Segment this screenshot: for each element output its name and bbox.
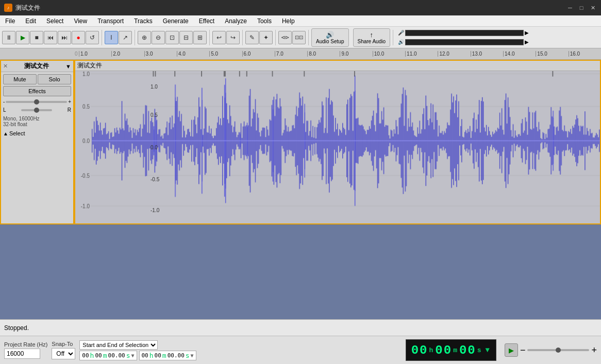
share-audio-label: Share Audio <box>358 39 386 44</box>
vu-play-icon: 🔊 <box>398 39 404 45</box>
envelope-tool[interactable]: ↗ <box>119 31 132 44</box>
zoom-out-button[interactable]: ⊖ <box>152 31 165 44</box>
zoom-out2-button[interactable]: ⊞ <box>193 31 207 44</box>
time1-value: 00 <box>82 352 89 359</box>
mute-button[interactable]: Mute <box>3 74 37 84</box>
project-rate-input[interactable] <box>4 349 40 359</box>
select-arrow[interactable]: ▲ <box>3 131 8 136</box>
ruler-ticks: 1.0 2.0 3.0 4.0 5.0 6.0 7.0 8.0 9.0 10.0… <box>79 51 601 57</box>
ruler-tick: 15.0 <box>536 51 568 57</box>
stop-button[interactable]: ■ <box>30 31 43 44</box>
menu-item-transport[interactable]: Transport <box>92 15 129 26</box>
track-controls: Mute Solo Effects - + L R <box>1 72 73 115</box>
select-tool[interactable]: I <box>105 31 118 44</box>
ruler-tick: 6.0 <box>242 51 275 57</box>
menu-item-generate[interactable]: Generate <box>158 15 194 26</box>
menu-item-tools[interactable]: Tools <box>252 15 277 26</box>
bottom-controls: Project Rate (Hz) Snap-To Off Start and … <box>0 336 601 364</box>
top-toolbar: ⏸ ▶ ■ ⏮ ⏭ ● ↺ I ↗ ⊕ ⊖ ⊡ ⊟ ⊞ ↩ ↪ ✎ ✦ ⊲⊳ ⊡… <box>0 27 601 48</box>
bottom-play-controls: ▶ − + <box>505 343 597 357</box>
zoom-in-button[interactable]: ⊕ <box>138 31 151 44</box>
gain-row: - + <box>3 99 71 105</box>
pan-left-label: L <box>3 107 6 113</box>
speed-plus-icon[interactable]: + <box>591 345 597 356</box>
menu-item-help[interactable]: Help <box>277 15 300 26</box>
speed-thumb <box>556 348 561 353</box>
speed-control: − + <box>520 345 597 356</box>
silence-tool[interactable]: ⊡⊡ <box>292 31 306 44</box>
solo-button[interactable]: Solo <box>38 74 71 84</box>
share-audio-button[interactable]: ↑ Share Audio <box>353 28 391 47</box>
time1-sec: 00.00 <box>108 352 125 359</box>
time2-min: 00 <box>155 352 161 359</box>
selection-type-select[interactable]: Start and End of Selection <box>79 340 158 350</box>
maximize-button[interactable]: □ <box>577 4 586 12</box>
ruler-zero: 0 <box>75 51 78 57</box>
time-display-arrow[interactable]: ▼ <box>486 346 491 354</box>
prev-button[interactable]: ⏮ <box>44 31 57 44</box>
ruler: 0 1.0 2.0 3.0 4.0 5.0 6.0 7.0 8.0 9.0 10… <box>0 48 601 60</box>
vu-meter-rec: 🎤 ▶ <box>398 29 529 37</box>
time-input-1[interactable]: 00 h 00 m 00.00 s ▼ <box>79 351 137 360</box>
menu-item-view[interactable]: View <box>69 15 92 26</box>
gain-slider[interactable] <box>6 101 67 103</box>
bottom-play-button[interactable]: ▶ <box>505 343 518 357</box>
time2-arrow[interactable]: ▼ <box>191 353 194 358</box>
speed-slider[interactable] <box>527 349 589 351</box>
effects-button[interactable]: Effects <box>3 86 71 96</box>
vu-expand-icon[interactable]: ▶ <box>525 30 529 36</box>
h-unit: h <box>429 346 435 354</box>
undo-button[interactable]: ↩ <box>212 31 226 44</box>
loop-button[interactable]: ↺ <box>86 31 99 44</box>
time-display: 00 h 00 m 00 s ▼ <box>406 339 496 361</box>
track-header: ✕ 测试文件 ▼ <box>1 61 73 72</box>
time1-arrow[interactable]: ▼ <box>131 353 134 358</box>
track-menu-button[interactable]: ▼ <box>65 63 71 70</box>
time-inputs: 00 h 00 m 00.00 s ▼ 00 h 00 m 00.00 s ▼ <box>79 351 401 360</box>
separator-7 <box>393 30 393 45</box>
ruler-tick: 4.0 <box>177 51 209 57</box>
vu-meter-play: 🔊 ▶ <box>398 38 529 46</box>
waveform-area[interactable]: 测试文件 1.0 0.5 0.0 -0.5 -1.0 <box>74 60 601 224</box>
display-seconds: 00 <box>459 343 476 357</box>
ruler-tick: 9.0 <box>340 51 372 57</box>
audio-setup-button[interactable]: 🔊 Audio Setup <box>311 28 349 47</box>
minimize-button[interactable]: ─ <box>566 4 574 12</box>
trim-tool[interactable]: ⊲⊳ <box>278 31 292 44</box>
select-row: ▲ Select <box>1 129 73 137</box>
main-area: ✕ 测试文件 ▼ Mute Solo Effects - + L <box>0 60 601 224</box>
statusbar: Stopped. <box>0 319 601 336</box>
ruler-tick: 3.0 <box>144 51 177 57</box>
snap-to-select[interactable]: Off <box>52 348 75 359</box>
record-button[interactable]: ● <box>72 31 85 44</box>
vu-expand2-icon[interactable]: ▶ <box>525 39 529 45</box>
menu-item-select[interactable]: Select <box>41 15 69 26</box>
play-button[interactable]: ▶ <box>16 31 29 44</box>
zoom-selection-button[interactable]: ⊡ <box>165 31 179 44</box>
close-button[interactable]: ✕ <box>589 4 597 12</box>
ruler-tick: 5.0 <box>209 51 242 57</box>
app-icon: ♪ <box>4 4 12 12</box>
redo-button[interactable]: ↪ <box>226 31 240 44</box>
menubar: FileEditSelectViewTransportTracksGenerat… <box>0 15 601 27</box>
audio-setup-label: Audio Setup <box>316 39 344 44</box>
multi-tool[interactable]: ✦ <box>259 31 273 44</box>
menu-item-effect[interactable]: Effect <box>194 15 220 26</box>
menu-item-tracks[interactable]: Tracks <box>129 15 158 26</box>
next-button[interactable]: ⏭ <box>58 31 71 44</box>
zoom-fit-button[interactable]: ⊟ <box>179 31 193 44</box>
speed-minus-icon[interactable]: − <box>520 345 526 356</box>
pan-slider[interactable] <box>21 109 52 111</box>
menu-item-analyze[interactable]: Analyze <box>220 15 252 26</box>
menu-item-file[interactable]: File <box>0 15 20 26</box>
draw-tool[interactable]: ✎ <box>245 31 259 44</box>
menu-item-edit[interactable]: Edit <box>20 15 41 26</box>
vu-rec-bar <box>405 30 524 36</box>
y-scale-bot: -1.0 <box>151 207 159 213</box>
select-label[interactable]: Select <box>9 130 25 136</box>
ruler-tick: 2.0 <box>111 51 144 57</box>
track-close-button[interactable]: ✕ <box>3 63 8 70</box>
pause-button[interactable]: ⏸ <box>2 31 15 44</box>
display-minutes: 00 <box>435 343 452 357</box>
time-input-2[interactable]: 00 h 00 m 00.00 s ▼ <box>139 351 196 360</box>
